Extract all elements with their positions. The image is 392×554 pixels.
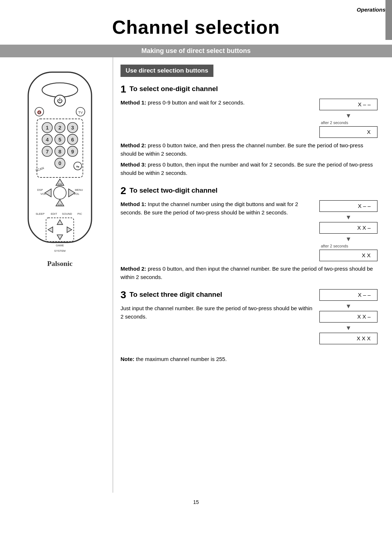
svg-text:EDIT: EDIT [51, 212, 57, 216]
svg-text:6: 6 [71, 137, 74, 143]
page-title: Channel selection [0, 13, 392, 45]
step-2-method-2-text: Method 2: press 0 button, and then input… [121, 265, 377, 281]
svg-text:SOUND: SOUND [62, 212, 72, 216]
step-2-method-1-text: Method 1: Input the channel number using… [121, 200, 313, 219]
step-1-method-2-body: press 0 button twice, and then press the… [121, 142, 363, 157]
svg-text:MENU: MENU [75, 188, 83, 192]
svg-text:1: 1 [46, 125, 49, 131]
ch-arrow-1a: ▾ [319, 112, 377, 119]
svg-text:0: 0 [58, 160, 61, 166]
step-2-number: 2 [121, 185, 126, 196]
step-1-number: 1 [121, 83, 126, 95]
after-seconds-1a: after 2 seconds [319, 120, 377, 125]
svg-text:PIC: PIC [77, 212, 82, 216]
svg-text:4: 4 [46, 137, 49, 143]
step-3-content: 3 To select three digit channel Just inp… [121, 289, 377, 344]
svg-text:GAME: GAME [56, 244, 64, 247]
svg-point-38 [54, 186, 66, 199]
ch-display-2b: X X – [319, 222, 377, 234]
ch-arrow-3a: ▾ [319, 302, 377, 309]
ch-arrow-3b: ▾ [319, 324, 377, 331]
step-1-title: 1 To select one-digit channel [121, 83, 377, 95]
svg-text:SLEEP: SLEEP [36, 212, 45, 216]
page-number: 15 [0, 493, 392, 509]
step-3-method-1-text: Just input the channel number. Be sure t… [121, 304, 313, 321]
note-text: Note: the maximum channel number is 255. [121, 355, 377, 364]
note-body: the maximum channel number is 255. [134, 356, 226, 362]
step-2-method-1-content: Method 1: Input the channel number using… [121, 200, 377, 261]
svg-text:SYSTEM: SYSTEM [54, 249, 65, 253]
header: Operations [0, 0, 392, 13]
content-column: Use direct selection buttons 1 To select… [113, 57, 392, 493]
ch-arrow-2b: ▾ [319, 235, 377, 242]
svg-text:7: 7 [46, 149, 49, 155]
ch-display-3a: X – – [319, 289, 377, 301]
step-3-block: 3 To select three digit channel Just inp… [121, 289, 377, 344]
svg-text:⏻: ⏻ [57, 98, 63, 104]
svg-text:Palsonic: Palsonic [47, 260, 73, 267]
step-2-method-2-body: press 0 button, and then input the chann… [121, 266, 373, 280]
ch-display-3b: X X – [319, 311, 377, 323]
svg-text:CH: CH [58, 203, 62, 206]
ch-display-2c: X X [319, 250, 377, 261]
step-1-method-1-label: Method 1: [121, 99, 146, 106]
note-label: Note: [121, 356, 134, 362]
step-3-left: 3 To select three digit channel Just inp… [121, 289, 313, 324]
svg-text:VOL: VOL [74, 192, 79, 196]
step-2-title: 2 To select two-digit channel [121, 185, 377, 197]
section-banner: Making use of direct select buttons [0, 45, 392, 57]
step-2-method-1-body: Input the channel number using the digit… [121, 201, 298, 216]
remote-column: ⏻ 🔇 TV 1 2 3 4 5 6 7 [0, 57, 113, 493]
ch-display-1b: X [319, 126, 377, 138]
step-2-method-1-label: Method 1: [121, 201, 146, 207]
svg-text:8: 8 [58, 149, 61, 155]
ch-display-2a: X – – [319, 200, 377, 212]
svg-text:TV: TV [78, 110, 83, 114]
svg-text:🔇: 🔇 [37, 110, 42, 115]
step-2-method-2-label: Method 2: [121, 266, 146, 272]
step-1-method-1-display: X – – ▾ after 2 seconds X [319, 99, 377, 138]
ch-arrow-2a: ▾ [319, 213, 377, 221]
step-1-method-1-body: press 0-9 button and wait for 2 seconds. [146, 99, 245, 106]
remote-svg: ⏻ 🔇 TV 1 2 3 4 5 6 7 [16, 68, 103, 274]
side-decoration [385, 0, 392, 40]
step-3-title: 3 To select three digit channel [121, 289, 313, 301]
svg-text:DSP: DSP [37, 188, 43, 192]
svg-text:9: 9 [71, 149, 74, 155]
svg-text:VOL: VOL [41, 192, 46, 196]
subsection-header: Use direct selection buttons [121, 65, 213, 77]
ch-display-1a: X – – [319, 99, 377, 110]
step-2-block: 2 To select two-digit channel Method 1: … [121, 185, 377, 281]
step-1-block: 1 To select one-digit channel Method 1: … [121, 83, 377, 177]
svg-text:CH: CH [58, 182, 62, 186]
step-3-display: X – – ▾ X X – ▾ X X X [319, 289, 377, 344]
step-1-method-1-content: Method 1: press 0-9 button and wait for … [121, 99, 377, 138]
step-3-body: Just input the channel number. Be sure t… [121, 305, 313, 320]
step-1-method-3-body: press 0 button, then input the number an… [121, 161, 373, 176]
ch-display-3c: X X X [319, 333, 377, 344]
step-2-method-1-display: X – – ▾ X X – ▾ after 2 seconds X X [319, 200, 377, 261]
step-1-method-2-label: Method 2: [121, 142, 146, 148]
svg-text:3: 3 [71, 125, 74, 131]
after-seconds-2b: after 2 seconds [319, 244, 377, 248]
svg-text:5: 5 [58, 137, 61, 143]
step-1-method-1-text: Method 1: press 0-9 button and wait for … [121, 99, 313, 110]
svg-text:2: 2 [58, 125, 61, 131]
svg-text:⇆: ⇆ [76, 165, 79, 169]
step-3-number: 3 [121, 289, 126, 300]
step-1-method-2-text: Method 2: press 0 button twice, and then… [121, 141, 377, 158]
main-layout: ⏻ 🔇 TV 1 2 3 4 5 6 7 [0, 57, 392, 493]
step-1-method-3-label: Method 3: [121, 161, 146, 168]
operations-label: Operations [357, 7, 385, 13]
step-1-method-3-text: Method 3: press 0 button, then input the… [121, 161, 377, 177]
